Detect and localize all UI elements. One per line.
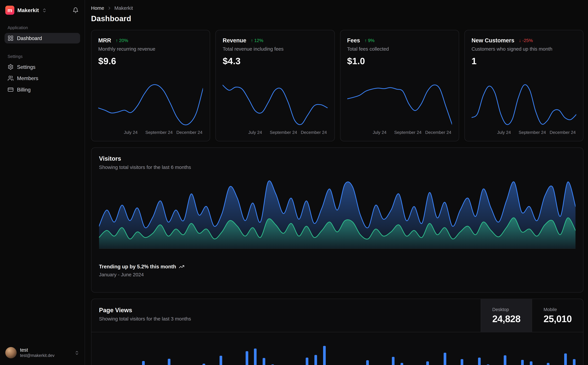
page-views-bar	[564, 353, 567, 365]
breadcrumb-home[interactable]: Home	[91, 5, 104, 11]
page-views-bar	[220, 356, 222, 365]
fees-sparkline-chart: July 24 September 24 December 24	[347, 82, 452, 136]
credit-card-icon	[8, 86, 14, 93]
makerkit-logo: m	[5, 6, 14, 15]
x-axis-label: September 24	[394, 130, 422, 134]
page-views-bar	[401, 363, 403, 365]
section-label-settings: Settings	[5, 54, 80, 59]
page-views-title: Page Views	[99, 307, 481, 314]
trending-up-icon	[179, 264, 184, 270]
page-views-mobile-toggle[interactable]: Mobile 25,010	[532, 299, 583, 332]
gear-icon	[8, 64, 14, 70]
trend-badge: ↓ -25%	[519, 38, 533, 43]
stat-subtitle: Total fees collected	[347, 46, 452, 52]
x-axis-label: September 24	[270, 130, 297, 134]
page-views-bar	[521, 360, 524, 365]
stat-subtitle: Total revenue including fees	[223, 46, 327, 52]
workspace-selector[interactable]: m Makerkit	[5, 5, 48, 15]
stat-value: 1	[471, 56, 576, 67]
notifications-bell-icon[interactable]	[71, 6, 80, 15]
stat-subtitle: Customers who signed up this month	[471, 46, 576, 52]
chevrons-up-down-icon	[74, 350, 79, 355]
page-views-bar	[573, 359, 575, 365]
mobile-label: Mobile	[544, 307, 572, 312]
new-customers-sparkline-chart: July 24 September 24 December 24	[471, 82, 576, 136]
stat-title: MRR	[98, 37, 111, 43]
stat-value: $4.3	[223, 56, 327, 67]
page-title: Dashboard	[91, 14, 583, 23]
user-email: test@makerkit.dev	[20, 353, 71, 358]
page-views-bar	[142, 361, 145, 365]
sidebar-item-members[interactable]: Members	[5, 73, 80, 84]
trend-up-icon: ↑	[365, 38, 367, 43]
desktop-value: 24,828	[492, 313, 520, 324]
stat-card-new-customers: New Customers ↓ -25% Customers who signe…	[464, 30, 583, 141]
x-axis-label: December 24	[550, 130, 576, 134]
stat-card-fees: Fees ↑ 9% Total fees collected $1.0 July…	[340, 30, 459, 141]
page-views-bar	[487, 364, 489, 365]
page-views-bar	[547, 363, 550, 365]
page-views-bar-chart	[91, 332, 583, 365]
visitors-area-chart	[99, 177, 576, 249]
stat-value: $1.0	[347, 56, 452, 67]
x-axis-label: July 24	[373, 130, 386, 134]
x-axis-label: July 24	[497, 130, 511, 134]
stat-card-revenue: Revenue ↑ 12% Total revenue including fe…	[215, 30, 335, 141]
x-axis-label: December 24	[425, 130, 451, 134]
workspace-name: Makerkit	[17, 7, 39, 13]
page-views-bar	[426, 361, 429, 365]
trend-value: 9%	[368, 38, 375, 43]
x-axis-label: December 24	[176, 130, 202, 134]
revenue-sparkline-chart: July 24 September 24 December 24	[223, 82, 327, 136]
user-menu[interactable]: test test@makerkit.dev	[5, 345, 80, 360]
breadcrumb-current: Makerkit	[114, 5, 133, 11]
sidebar-item-billing[interactable]: Billing	[5, 84, 80, 95]
trend-value: 12%	[254, 38, 263, 43]
page-views-bar	[202, 364, 205, 365]
mrr-sparkline-chart: July 24 September 24 December 24	[98, 82, 203, 136]
page-views-bar	[168, 359, 171, 365]
page-views-bar	[254, 348, 257, 365]
sidebar-item-label: Settings	[17, 64, 35, 70]
stat-value: $9.6	[98, 56, 203, 67]
visitors-title: Visitors	[99, 155, 576, 162]
page-views-bar	[530, 361, 533, 365]
stat-title: New Customers	[471, 37, 514, 43]
x-axis-label: July 24	[124, 130, 138, 134]
trend-value: 20%	[119, 38, 128, 43]
page-views-bar	[366, 360, 369, 365]
visitors-date-range: January - June 2024	[99, 272, 576, 277]
breadcrumb: Home Makerkit	[91, 5, 583, 11]
stat-title: Fees	[347, 37, 360, 43]
page-views-bar	[478, 358, 481, 365]
visitors-trend-text: Trending up by 5.2% this month	[99, 264, 176, 270]
users-icon	[8, 75, 14, 81]
trend-value: -25%	[522, 38, 533, 43]
sidebar-item-label: Members	[17, 76, 38, 81]
main-content: Home Makerkit Dashboard MRR ↑ 20% Monthl…	[85, 0, 588, 365]
page-views-bar	[245, 351, 248, 365]
page-views-bar	[504, 355, 507, 365]
stat-card-mrr: MRR ↑ 20% Monthly recurring revenue $9.6…	[91, 30, 210, 141]
page-views-bar	[263, 358, 265, 365]
trend-badge: ↑ 9%	[365, 38, 374, 43]
trend-badge: ↑ 20%	[116, 38, 128, 43]
chevrons-up-down-icon	[42, 8, 47, 13]
chevron-right-icon	[107, 6, 112, 11]
stat-cards-row: MRR ↑ 20% Monthly recurring revenue $9.6…	[91, 30, 583, 141]
page-views-bar	[444, 353, 446, 365]
stat-title: Revenue	[223, 37, 246, 43]
sidebar-item-settings[interactable]: Settings	[5, 62, 80, 72]
desktop-label: Desktop	[492, 307, 520, 312]
stat-subtitle: Monthly recurring revenue	[98, 46, 203, 52]
page-views-bar	[271, 364, 274, 365]
trend-down-icon: ↓	[519, 38, 521, 43]
page-views-card: Page Views Showing total visitors for th…	[91, 299, 583, 365]
x-axis-label: December 24	[301, 130, 327, 134]
page-views-bar	[314, 355, 317, 365]
sidebar: m Makerkit Application Dashboard Setting…	[0, 0, 85, 365]
x-axis-label: July 24	[248, 130, 262, 134]
visitors-card: Visitors Showing total visitors for the …	[91, 147, 583, 293]
page-views-desktop-toggle[interactable]: Desktop 24,828	[480, 299, 532, 332]
sidebar-item-dashboard[interactable]: Dashboard	[5, 33, 80, 43]
